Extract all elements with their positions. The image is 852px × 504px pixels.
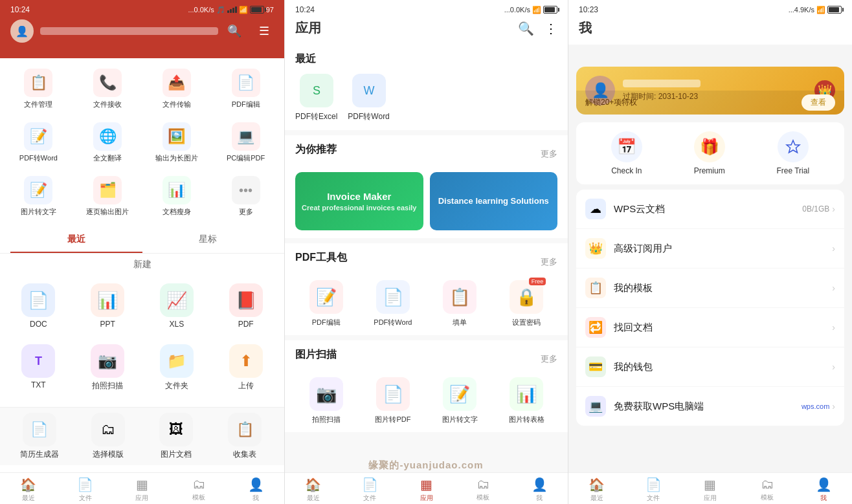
p1-battery-pct: 97 — [266, 6, 274, 14]
p2-scan-photo[interactable]: 📷 拍照扫描 — [295, 377, 357, 424]
p1-tool-pc-edit[interactable]: 💻 PC编辑PDF — [212, 117, 279, 168]
p2-tool-pdf-word[interactable]: 📄 PDF转Word — [362, 280, 423, 327]
p3-status-icons: ...4.9K/s 📶 — [789, 6, 842, 14]
p2-header: 10:24 ...0.0K/s 📶 应用 🔍 ⋮ — [285, 0, 568, 45]
p2-recommended-more[interactable]: 更多 — [541, 148, 557, 160]
p3-nav-me[interactable]: 👤 我 — [795, 477, 852, 503]
p3-action-free-trial[interactable]: Free Trial — [776, 131, 809, 175]
p1-create-pdf[interactable]: 📕 PDF — [212, 278, 279, 334]
p3-nav-me-icon: 👤 — [816, 477, 832, 492]
p1-tool-resume[interactable]: 📄 简历生成器 — [5, 408, 74, 465]
p3-nav-recent[interactable]: 🏠 最近 — [568, 477, 625, 503]
p3-quick-actions: 📅 Check In 🎁 Premium Free Trial — [576, 122, 844, 184]
p2-nav-recent[interactable]: 🏠 最近 — [285, 477, 341, 503]
p3-menu-mytemplate[interactable]: 📋 我的模板 › — [576, 268, 844, 308]
p3-nav-app[interactable]: ▦ 应用 — [682, 477, 739, 503]
p1-section-tabs: 最近 星标 — [0, 227, 284, 254]
p1-create-ppt[interactable]: 📊 PPT — [74, 278, 141, 334]
p2-banner-invoice[interactable]: Invoice Maker Creat professional invoice… — [295, 172, 423, 230]
p2-scan-img-pdf[interactable]: 📄 图片转PDF — [362, 377, 423, 424]
p2-tool-pdf-edit[interactable]: 📝 PDF编辑 — [295, 280, 357, 327]
p3-menu-cloud[interactable]: ☁ WPS云文档 0B/1GB › — [576, 190, 844, 229]
p3-vip-card[interactable]: 👤 过期时间: 2031-10-23 👑 解锁20+项特权 查看 — [576, 67, 844, 115]
p3-topbar: 我 — [579, 19, 842, 42]
p2-scan-img-txt[interactable]: 📝 图片转文字 — [429, 377, 491, 424]
p1-search-icon[interactable]: 🔍 — [225, 21, 244, 41]
p2-scan-img-tbl[interactable]: 📊 图片转表格 — [496, 377, 557, 424]
p1-nav-template-label: 模板 — [192, 493, 205, 502]
p3-view-button[interactable]: 查看 — [802, 94, 835, 111]
p1-tool-imgdoc[interactable]: 🖼 图片文档 — [142, 408, 211, 465]
p2-pdf-tools-more[interactable]: 更多 — [541, 256, 557, 268]
p2-bt-icon: 📶 — [532, 6, 541, 14]
p2-image-scan-header: 图片扫描 更多 — [295, 348, 557, 369]
p3-checkin-label: Check In — [611, 166, 642, 175]
p1-nav-me-icon: 👤 — [248, 477, 264, 492]
p3-action-checkin[interactable]: 📅 Check In — [611, 131, 642, 175]
p1-nav-template[interactable]: 🗂 模板 — [170, 477, 227, 503]
p1-tool-file-trans[interactable]: 📤 文件传输 — [144, 63, 210, 115]
p1-nav-file[interactable]: 📄 文件 — [57, 477, 114, 503]
p2-pdf-tools-row: 📝 PDF编辑 📄 PDF转Word 📋 填单 🔒 Free 设置密码 — [295, 280, 557, 327]
p2-image-scan-title: 图片扫描 — [295, 348, 337, 362]
p1-tool-label-0: 文件管理 — [24, 100, 52, 109]
p1-nav-me[interactable]: 👤 我 — [227, 477, 284, 503]
p2-tool-fill[interactable]: 📋 填单 — [429, 280, 491, 327]
p1-tool-collect[interactable]: 📋 收集表 — [210, 408, 279, 465]
p2-more-icon[interactable]: ⋮ — [544, 21, 557, 36]
p1-tool-label-3: PDF编辑 — [232, 100, 260, 109]
p2-content: 最近 S PDF转Excel W PDF转Word 为你推荐 — [285, 45, 568, 472]
p3-nav-file-label: 文件 — [647, 494, 660, 503]
p1-tool-file-mgmt[interactable]: 📋 文件管理 — [5, 63, 72, 115]
p1-extra-upload[interactable]: ⬆ 上传 — [212, 339, 279, 397]
p2-image-scan-more[interactable]: 更多 — [541, 353, 557, 365]
p3-nav-file[interactable]: 📄 文件 — [625, 477, 682, 503]
p2-img-txt-icon: 📝 — [443, 377, 476, 411]
p1-tool-slim[interactable]: 📊 文档瘦身 — [144, 171, 210, 222]
p2-recent-pdf-word[interactable]: W PDF转Word — [348, 74, 389, 122]
p3-menu-recover[interactable]: 🔁 找回文档 › — [576, 308, 844, 347]
p1-tool-pdf-word[interactable]: 📝 PDF转Word — [5, 117, 72, 168]
p1-tool-template[interactable]: 🗂 选择模版 — [74, 408, 142, 465]
p2-banner-learning[interactable]: Distance learning Solutions — [430, 172, 558, 230]
p2-recent-pdf-excel[interactable]: S PDF转Excel — [295, 74, 337, 122]
p1-nav-file-label: 文件 — [79, 494, 92, 503]
p2-tool-password[interactable]: 🔒 Free 设置密码 — [496, 280, 557, 327]
p1-tool-img-txt[interactable]: 📝 图片转文字 — [5, 171, 72, 222]
p1-nav-app[interactable]: ▦ 应用 — [114, 477, 171, 503]
p3-menu-wallet[interactable]: 💳 我的钱包 › — [576, 347, 844, 387]
p1-tool-translate[interactable]: 🌐 全文翻译 — [74, 117, 141, 168]
p1-create-doc[interactable]: 📄 DOC — [5, 278, 72, 334]
p1-tool-more[interactable]: ••• 更多 — [212, 171, 279, 222]
p1-menu-icon[interactable]: ☰ — [254, 21, 274, 41]
p2-search-icon[interactable]: 🔍 — [518, 21, 534, 36]
p1-nav-file-icon: 📄 — [77, 477, 93, 492]
p3-action-premium[interactable]: 🎁 Premium — [694, 131, 725, 175]
p1-extra-scan[interactable]: 📷 拍照扫描 — [74, 339, 141, 397]
p1-extra-scan-label: 拍照扫描 — [92, 380, 123, 391]
p1-tool-page-img[interactable]: 🗂️ 逐页输出图片 — [74, 171, 141, 222]
p1-nav-recent[interactable]: 🏠 最近 — [0, 477, 57, 503]
p1-tab-recent[interactable]: 最近 — [10, 227, 142, 253]
p1-extra-txt[interactable]: T TXT — [5, 339, 72, 397]
p3-nav-recent-label: 最近 — [590, 494, 603, 503]
p1-tool-longimg[interactable]: 🖼️ 输出为长图片 — [144, 117, 210, 168]
p3-recover-label: 找回文档 — [614, 322, 829, 334]
p1-extra-folder[interactable]: 📁 文件夹 — [144, 339, 210, 397]
p2-recent-item-0-label: PDF转Excel — [295, 111, 337, 122]
p1-avatar[interactable]: 👤 — [10, 19, 34, 43]
p1-tab-starred[interactable]: 星标 — [142, 227, 275, 253]
p2-nav-app[interactable]: ▦ 应用 — [398, 477, 454, 503]
p3-nav-template[interactable]: 🗂 模板 — [739, 477, 796, 503]
p2-nav-template[interactable]: 🗂 模板 — [454, 477, 511, 503]
p2-nav-me[interactable]: 👤 我 — [511, 477, 568, 503]
p1-tool-pdf-edit[interactable]: 📄 PDF编辑 — [212, 63, 279, 115]
p1-tool-label-7: PC编辑PDF — [227, 153, 265, 163]
p2-nav-file[interactable]: 📄 文件 — [341, 477, 398, 503]
p1-tool-file-recv[interactable]: 📞 文件接收 — [74, 63, 141, 115]
p1-create-xls[interactable]: 📈 XLS — [144, 278, 210, 334]
p3-menu-premium[interactable]: 👑 高级订阅用户 › — [576, 229, 844, 268]
p3-title: 我 — [579, 21, 592, 35]
p2-title: 应用 — [295, 19, 321, 37]
p3-menu-desktop[interactable]: 💻 免费获取WPS电脑端 wps.com › — [576, 387, 844, 426]
